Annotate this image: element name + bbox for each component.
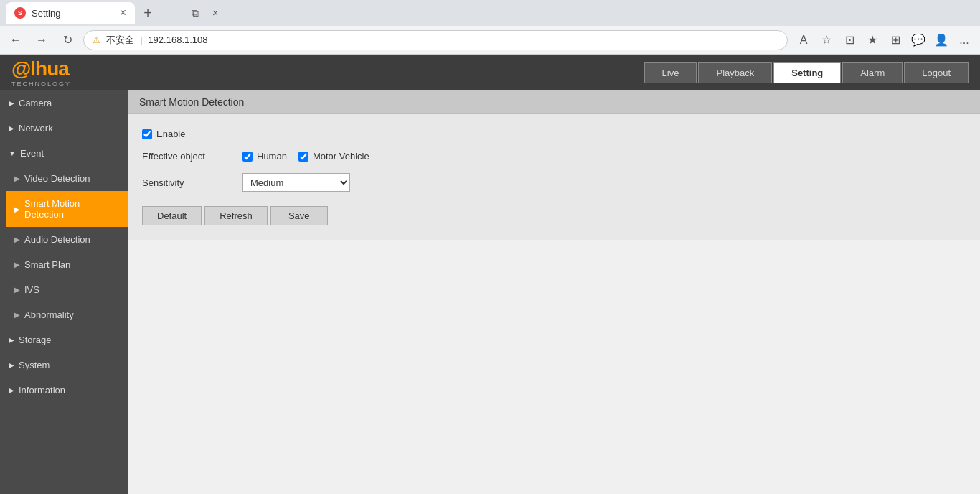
refresh-button[interactable]: Refresh <box>204 206 268 225</box>
sidebar-item-audio-detection[interactable]: ▶ Audio Detection <box>6 227 128 252</box>
sidebar-item-information[interactable]: ▶ Information <box>0 378 128 403</box>
reading-list-button[interactable]: ⊞ <box>885 30 905 50</box>
refresh-button[interactable]: ↻ <box>57 30 77 50</box>
forward-button[interactable]: → <box>32 30 52 50</box>
sidebar-audio-detection-label: Audio Detection <box>24 234 90 245</box>
sidebar-ivs-label: IVS <box>24 284 39 295</box>
browser-tab[interactable]: S Setting × <box>6 2 135 24</box>
logout-button[interactable]: Logout <box>904 62 969 83</box>
motor-vehicle-checkbox[interactable] <box>298 152 308 162</box>
content-area: Smart Motion Detection Enable Effective … <box>128 90 980 494</box>
sidebar-item-network[interactable]: ▶ Network <box>0 116 128 141</box>
setting-button[interactable]: Setting <box>773 62 841 83</box>
sidebar-event-label: Event <box>20 148 44 159</box>
minimize-button[interactable]: — <box>166 4 184 22</box>
back-button[interactable]: ← <box>6 30 26 50</box>
sensitivity-control: Low Medium High <box>242 173 350 192</box>
sidebar-video-detection-label: Video Detection <box>24 173 90 184</box>
sensitivity-row: Sensitivity Low Medium High <box>142 173 966 192</box>
sidebar-system-label: System <box>19 360 50 370</box>
default-button[interactable]: Default <box>142 206 202 225</box>
font-button[interactable]: A <box>793 30 814 50</box>
logo-subtitle: TECHNOLOGY <box>11 80 71 88</box>
sensitivity-label: Sensitivity <box>142 177 242 188</box>
save-button[interactable]: Save <box>270 206 328 225</box>
logo-at: @ <box>11 57 30 80</box>
smart-plan-arrow-icon: ▶ <box>14 261 20 269</box>
address-bar[interactable]: ⚠ 不安全 | 192.168.1.108 <box>83 30 788 50</box>
network-arrow-icon: ▶ <box>9 124 14 132</box>
panel-title: Smart Motion Detection <box>139 96 244 108</box>
enable-row: Enable <box>142 129 966 139</box>
camera-arrow-icon: ▶ <box>9 99 14 107</box>
event-children: ▶ Video Detection ▶ Smart Motion Detecti… <box>0 166 128 327</box>
sensitivity-select[interactable]: Low Medium High <box>242 173 350 192</box>
effective-object-controls: Human Motor Vehicle <box>242 151 369 162</box>
sidebar-item-storage[interactable]: ▶ Storage <box>0 327 128 353</box>
human-checkbox-label[interactable]: Human <box>242 151 287 162</box>
smart-motion-arrow-icon: ▶ <box>14 205 20 213</box>
video-detection-arrow-icon: ▶ <box>14 174 20 182</box>
sidebar-item-camera[interactable]: ▶ Camera <box>0 90 128 116</box>
sidebar-item-smart-motion[interactable]: ▶ Smart Motion Detection <box>6 191 128 227</box>
window-controls: — ⧉ × <box>166 4 224 22</box>
browser-controls: ← → ↻ ⚠ 不安全 | 192.168.1.108 A ☆ ⊡ ★ ⊞ 💬 … <box>0 26 980 55</box>
sidebar-item-abnormality[interactable]: ▶ Abnormality <box>6 302 128 327</box>
sidebar-storage-label: Storage <box>19 335 52 345</box>
security-warning-text: 不安全 <box>106 34 134 47</box>
sidebar-information-label: Information <box>19 385 65 396</box>
sidebar: ▶ Camera ▶ Network ▼ Event ▶ Video Detec… <box>0 90 128 494</box>
address-separator: | <box>140 34 142 45</box>
system-arrow-icon: ▶ <box>9 361 14 369</box>
wechat-button[interactable]: 💬 <box>908 30 928 50</box>
sidebar-item-system[interactable]: ▶ System <box>0 353 128 378</box>
close-button[interactable]: × <box>207 4 224 22</box>
effective-object-row: Effective object Human Motor Vehicle <box>142 151 966 162</box>
action-button-row: Default Refresh Save <box>142 206 966 225</box>
playback-button[interactable]: Playback <box>698 62 772 83</box>
tab-title: Setting <box>32 8 60 19</box>
security-warning-icon: ⚠ <box>93 35 100 45</box>
profile-button[interactable]: 👤 <box>931 30 951 50</box>
browser-action-buttons: A ☆ ⊡ ★ ⊞ 💬 👤 ... <box>793 30 974 50</box>
tab-close-button[interactable]: × <box>120 7 126 19</box>
favorite-button[interactable]: ☆ <box>816 30 837 50</box>
sidebar-network-label: Network <box>19 123 53 134</box>
sidebar-item-video-detection[interactable]: ▶ Video Detection <box>6 166 128 191</box>
sidebar-item-smart-plan[interactable]: ▶ Smart Plan <box>6 252 128 277</box>
human-label: Human <box>257 151 287 162</box>
panel-header: Smart Motion Detection <box>128 90 980 114</box>
human-checkbox[interactable] <box>242 152 253 162</box>
nav-buttons: Live Playback Setting Alarm Logout <box>644 62 969 83</box>
content-panel: Smart Motion Detection Enable Effective … <box>128 90 980 494</box>
browser-chrome: S Setting × + — ⧉ × ← → ↻ ⚠ 不安全 | 192.16… <box>0 0 980 55</box>
main-content: ▶ Camera ▶ Network ▼ Event ▶ Video Detec… <box>0 90 980 494</box>
audio-detection-arrow-icon: ▶ <box>14 236 20 243</box>
sidebar-item-event[interactable]: ▼ Event <box>0 141 128 166</box>
information-arrow-icon: ▶ <box>9 386 14 394</box>
sidebar-smart-motion-label: Smart Motion Detection <box>24 198 119 220</box>
more-button[interactable]: ... <box>954 30 974 50</box>
favorites-bar-button[interactable]: ★ <box>862 30 882 50</box>
abnormality-arrow-icon: ▶ <box>14 311 20 319</box>
tab-bar: S Setting × + — ⧉ × <box>0 0 980 26</box>
storage-arrow-icon: ▶ <box>9 336 14 344</box>
enable-checkbox-label[interactable]: Enable <box>142 129 185 139</box>
live-button[interactable]: Live <box>644 62 697 83</box>
motor-vehicle-checkbox-label[interactable]: Motor Vehicle <box>298 151 369 162</box>
motor-vehicle-label: Motor Vehicle <box>313 151 369 162</box>
enable-checkbox[interactable] <box>142 129 152 139</box>
collections-button[interactable]: ⊡ <box>839 30 859 50</box>
app-header: @lhua TECHNOLOGY Live Playback Setting A… <box>0 55 980 90</box>
ivs-arrow-icon: ▶ <box>14 286 20 294</box>
new-tab-button[interactable]: + <box>138 3 158 23</box>
app-container: @lhua TECHNOLOGY Live Playback Setting A… <box>0 55 980 494</box>
enable-label: Enable <box>156 129 185 139</box>
alarm-button[interactable]: Alarm <box>842 62 903 83</box>
logo-brand: lhua <box>30 57 69 80</box>
logo: @lhua TECHNOLOGY <box>11 57 71 88</box>
sidebar-item-ivs[interactable]: ▶ IVS <box>6 277 128 302</box>
restore-button[interactable]: ⧉ <box>187 4 204 22</box>
event-arrow-icon: ▼ <box>9 149 16 157</box>
effective-object-label: Effective object <box>142 151 242 162</box>
